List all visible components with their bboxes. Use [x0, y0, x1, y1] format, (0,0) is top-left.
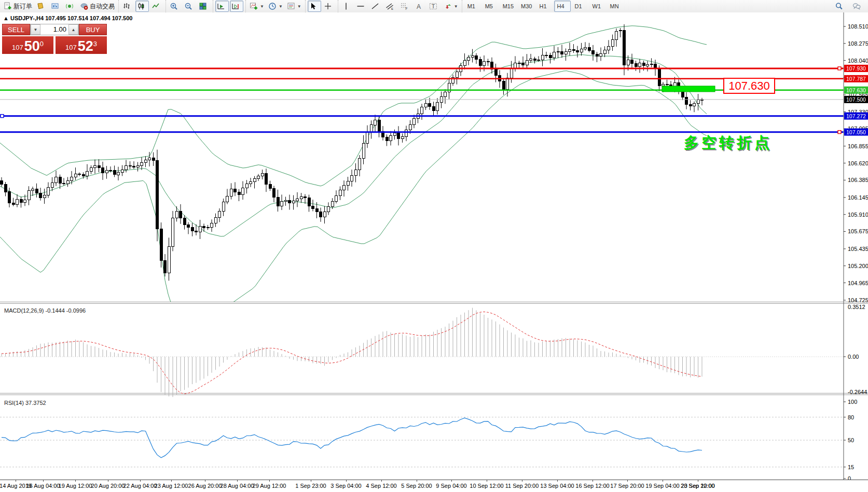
svg-text:A: A: [417, 3, 421, 10]
tf-m5-button[interactable]: M5: [482, 1, 499, 12]
one-click-trading-panel: SELL ▼ 1.00 ▲ BUY 107 50 0 107 52 3: [2, 24, 107, 54]
arrows-icon: [444, 2, 452, 10]
cursor-icon: [309, 2, 318, 10]
toolbar: 新订单自动交易▼▼▼EFAT▼M1M5M15M30H1H4D1W1MN: [0, 0, 868, 13]
time-axis-tick: [557, 480, 558, 482]
periods-button[interactable]: ▼: [267, 1, 284, 12]
price-axis-tick: 108.040: [848, 58, 868, 64]
profile-icon: [51, 2, 59, 10]
text-label-button[interactable]: T: [428, 1, 441, 12]
chat-button[interactable]: [851, 1, 864, 12]
time-axis-tick: [346, 480, 347, 482]
time-axis-tick: [75, 480, 76, 482]
time-axis-label: 19 Aug 12:00: [59, 483, 92, 489]
auto-scroll-button[interactable]: [215, 1, 229, 12]
vertical-line-button[interactable]: [340, 1, 354, 12]
tf-w1-button[interactable]: W1: [589, 1, 606, 12]
indicators-icon: [250, 2, 258, 10]
toolbar-group: 新订单自动交易: [0, 0, 118, 12]
data-signal-button[interactable]: [64, 1, 77, 12]
time-axis-tick: [43, 480, 44, 482]
zoom-out-button[interactable]: [183, 1, 196, 12]
vline-icon: [342, 2, 350, 10]
price-axis-tick: 106.385: [848, 177, 868, 183]
tf-m1-button[interactable]: M1: [464, 1, 481, 12]
time-axis-label: 29 Aug 12:00: [253, 483, 286, 489]
price-badge: 107.272: [846, 113, 866, 119]
tf-mn-button[interactable]: MN: [607, 1, 624, 12]
chart-line-button[interactable]: [150, 1, 163, 12]
cursor-button[interactable]: [308, 1, 321, 12]
chart-window[interactable]: 108.510108.275108.040107.805107.565107.3…: [0, 12, 868, 480]
crosshair-button[interactable]: [322, 1, 336, 12]
time-axis-tick: [381, 480, 382, 482]
time-axis-label: 23 Sep 20:00: [681, 483, 714, 489]
time-axis-label: 11 Sep 20:00: [505, 483, 539, 489]
templates-button[interactable]: ▼: [285, 1, 303, 12]
market-watch-button[interactable]: [35, 1, 48, 12]
volume-down-button[interactable]: ▼: [31, 24, 40, 35]
trend-line-button[interactable]: [369, 1, 383, 12]
chart-shift-icon: [231, 2, 240, 10]
price-axis-tick: 106.620: [848, 160, 868, 166]
rsi-axis-tick: 50: [848, 437, 854, 443]
buy-price-point: 3: [93, 36, 97, 52]
templates-dropdown-arrow[interactable]: ▼: [297, 4, 301, 9]
sell-button[interactable]: SELL: [2, 24, 30, 35]
equidistant-channel-button[interactable]: E: [384, 1, 397, 12]
macd-axis-tick: 0.00: [848, 354, 859, 360]
volume-value[interactable]: 1.00: [40, 24, 68, 35]
chart-candles-button[interactable]: [135, 1, 149, 12]
time-axis-tick: [311, 480, 311, 482]
svg-text:F: F: [405, 7, 407, 10]
turning-point-annotation[interactable]: 多空转折点: [684, 133, 772, 153]
template-icon: [287, 2, 295, 10]
time-axis-tick: [698, 480, 698, 482]
buy-button[interactable]: BUY: [79, 24, 107, 35]
book-icon: [36, 2, 45, 10]
time-axis-label: 13 Sep 04:00: [540, 483, 574, 489]
volume-up-button[interactable]: ▲: [68, 24, 78, 35]
tf-d1-button[interactable]: D1: [572, 1, 588, 12]
text-button[interactable]: A: [413, 1, 426, 12]
zoom-in-button[interactable]: [168, 1, 182, 12]
indicators-button[interactable]: ▼: [248, 1, 266, 12]
chart-bars-button[interactable]: [121, 1, 134, 12]
arrows-dropdown-arrow[interactable]: ▼: [454, 4, 458, 9]
tile-windows-button[interactable]: [197, 1, 211, 12]
svg-text:T: T: [431, 3, 435, 9]
auto-trading-button[interactable]: 自动交易: [78, 1, 116, 12]
tf-m15-button[interactable]: M15: [500, 1, 517, 12]
sell-price-point: 0: [40, 36, 44, 52]
time-axis-tick: [237, 480, 238, 482]
tf-m30-button[interactable]: M30: [518, 1, 535, 12]
price-callout[interactable]: 107.630: [723, 78, 775, 94]
toolbar-right: [833, 0, 865, 12]
text-label-icon: T: [429, 2, 437, 10]
time-axis-label: 20 Aug 20:00: [91, 483, 125, 489]
price-axis-tick: 105.675: [848, 228, 868, 234]
horizontal-line-button[interactable]: [355, 1, 368, 12]
tf-h1-button[interactable]: H1: [536, 1, 553, 12]
periods-dropdown-arrow[interactable]: ▼: [279, 4, 283, 9]
time-axis-tick: [269, 480, 270, 482]
price-axis-tick: 108.510: [848, 23, 868, 30]
new-order-button[interactable]: 新订单: [2, 1, 34, 12]
time-axis-label: 16 Sep 12:00: [575, 483, 609, 489]
fibonacci-button[interactable]: F: [398, 1, 412, 12]
arrows-button[interactable]: ▼: [442, 1, 460, 12]
price-axis-tick: 105.435: [848, 246, 868, 252]
chart-profile-button[interactable]: [49, 1, 63, 12]
buy-price[interactable]: 107 52 3: [56, 36, 107, 54]
rsi-axis-tick: 15: [848, 464, 854, 470]
chart-shift-button[interactable]: [230, 1, 243, 12]
buy-price-pips: 52: [78, 39, 93, 53]
auto-trading-label: 自动交易: [90, 2, 115, 11]
tf-h4-button[interactable]: H4: [554, 1, 571, 12]
price-axis-tick: 106.855: [848, 143, 868, 149]
search-button[interactable]: [833, 1, 847, 12]
sell-price[interactable]: 107 50 0: [2, 36, 53, 54]
toolbar-group: [305, 0, 338, 12]
toolbar-group: EFAT▼: [338, 0, 462, 12]
indicators-dropdown-arrow[interactable]: ▼: [260, 4, 264, 9]
